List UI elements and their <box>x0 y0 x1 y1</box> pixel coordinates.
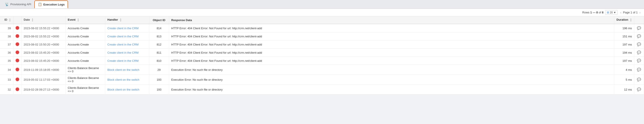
handler-link-0[interactable]: Create client in the CRM <box>108 27 139 30</box>
details-button-1[interactable]: 💬 <box>636 34 642 39</box>
cell-event-0: Accounts Create <box>66 24 105 32</box>
details-button-7[interactable]: 💬 <box>636 87 642 92</box>
table-row: 39 2023-08-02 15:55:22 +0000 Accounts Cr… <box>0 24 644 32</box>
col-header-date: Date ▲▼ <box>21 16 66 24</box>
cell-actions-6: 💬 <box>634 75 644 85</box>
rows-total: 8 <box>602 11 604 14</box>
cell-handler-0[interactable]: Create client in the CRM <box>105 24 149 32</box>
handler-link-5[interactable]: Block client on the switch <box>108 68 140 71</box>
tab-execution-logs-label: Execution Logs <box>44 3 65 6</box>
cell-actions-2: 💬 <box>634 40 644 49</box>
cell-id-6: 33 <box>0 75 13 85</box>
handler-link-2[interactable]: Create client in the CRM <box>108 43 139 46</box>
col-header-id: ID ▲▼ <box>0 16 13 24</box>
table-row: 34 2019-11-09 15:18:05 +0000 Clients Bal… <box>0 65 644 75</box>
cell-status-2 <box>13 40 21 49</box>
cell-handler-4[interactable]: Create client in the CRM <box>105 57 149 65</box>
execution-logs-table: ID ▲▼ Date ▲▼ Event ▲▼ Handler ▲▼ <box>0 16 644 95</box>
sort-icon-event[interactable]: ▲▼ <box>77 18 79 22</box>
grid-icon: ⊞ <box>607 11 609 14</box>
cell-response-1: HTTP Error: 404 Client Error: Not Found … <box>169 32 614 40</box>
details-button-5[interactable]: 💬 <box>636 67 642 72</box>
status-dot-7 <box>16 88 19 91</box>
cell-handler-3[interactable]: Create client in the CRM <box>105 49 149 57</box>
sort-icon-date[interactable]: ▲▼ <box>32 18 34 22</box>
col-header-duration: Duration ▲▼ <box>614 16 634 24</box>
col-header-actions <box>634 16 644 24</box>
cell-object-id-2: 812 <box>149 40 169 49</box>
status-dot-6 <box>16 78 19 81</box>
cell-actions-0: 💬 <box>634 24 644 32</box>
col-header-handler: Handler ▲▼ <box>105 16 149 24</box>
cell-duration-0: 196 ms <box>614 24 634 32</box>
cell-handler-7[interactable]: Block client on the switch <box>105 85 149 95</box>
details-button-0[interactable]: 💬 <box>636 26 642 30</box>
prev-page-button[interactable]: ‹ <box>619 10 622 15</box>
cell-duration-7: 12 ms <box>614 85 634 95</box>
rows-info: Rows 1 — 8 of 8 <box>582 11 604 14</box>
details-button-6[interactable]: 💬 <box>636 77 642 82</box>
table-row: 33 2019-05-02 11:17:03 +0000 Clients Bal… <box>0 75 644 85</box>
cell-actions-5: 💬 <box>634 65 644 75</box>
cell-response-4: HTTP Error: 404 Client Error: Not Found … <box>169 57 614 65</box>
cell-actions-1: 💬 <box>634 32 644 40</box>
handler-link-3[interactable]: Create client in the CRM <box>108 51 139 54</box>
cell-status-3 <box>13 49 21 57</box>
cell-response-3: HTTP Error: 404 Client Error: Not Found … <box>169 49 614 57</box>
col-header-event: Event ▲▼ <box>66 16 105 24</box>
cell-id-1: 38 <box>0 32 13 40</box>
cell-handler-6[interactable]: Block client on the switch <box>105 75 149 85</box>
sort-icon-duration[interactable]: ▲▼ <box>630 18 632 22</box>
handler-link-1[interactable]: Create client in the CRM <box>108 35 139 38</box>
cell-duration-2: 197 ms <box>614 40 634 49</box>
table-header-row: ID ▲▼ Date ▲▼ Event ▲▼ Handler ▲▼ <box>0 16 644 24</box>
handler-link-7[interactable]: Block client on the switch <box>108 88 140 91</box>
cell-id-7: 32 <box>0 85 13 95</box>
cell-event-2: Accounts Create <box>66 40 105 49</box>
details-button-3[interactable]: 💬 <box>636 50 642 55</box>
cell-date-0: 2023-08-02 15:55:22 +0000 <box>21 24 66 32</box>
main-content: Rows 1 — 8 of 8 ⊞ 20 ▼ ‹ Page 1 of 1 › I… <box>0 9 644 95</box>
sort-icon-handler[interactable]: ▲▼ <box>120 18 122 22</box>
status-dot-4 <box>16 59 19 62</box>
cell-event-7: Clients Balance Became <= 0 <box>66 85 105 95</box>
cell-date-7: 2019-02-28 09:27:13 +0000 <box>21 85 66 95</box>
cell-id-3: 36 <box>0 49 13 57</box>
cell-handler-2[interactable]: Create client in the CRM <box>105 40 149 49</box>
tab-bar: 📡 Provisioning API 📋 Execution Logs <box>0 0 644 9</box>
cell-status-5 <box>13 65 21 75</box>
cell-date-3: 2023-08-02 15:45:20 +0000 <box>21 49 66 57</box>
cell-status-4 <box>13 57 21 65</box>
cell-response-6: Execution Error: No such file or directo… <box>169 75 614 85</box>
tab-provisioning-api[interactable]: 📡 Provisioning API <box>2 0 34 8</box>
cell-handler-1[interactable]: Create client in the CRM <box>105 32 149 40</box>
tab-execution-logs[interactable]: 📋 Execution Logs <box>34 0 68 8</box>
handler-link-6[interactable]: Block client on the switch <box>108 78 140 81</box>
per-page-label: 20 <box>610 11 613 14</box>
sort-icon-id[interactable]: ▲▼ <box>9 18 11 22</box>
cell-date-5: 2019-11-09 15:18:05 +0000 <box>21 65 66 75</box>
col-header-response: Response Data <box>169 16 614 24</box>
col-header-object-id: Object ID <box>149 16 169 24</box>
page-label: Page 1 of 1 <box>623 11 638 14</box>
cell-response-2: HTTP Error: 404 Client Error: Not Found … <box>169 40 614 49</box>
details-button-2[interactable]: 💬 <box>636 42 642 47</box>
table-row: 37 2023-08-02 15:50:20 +0000 Accounts Cr… <box>0 40 644 49</box>
per-page-button[interactable]: ⊞ 20 ▼ <box>605 10 618 15</box>
cell-object-id-5: 29 <box>149 65 169 75</box>
rows-range: 1 — 8 <box>590 11 598 14</box>
cell-event-5: Clients Balance Became <= 0 <box>66 65 105 75</box>
next-page-button[interactable]: › <box>638 10 641 15</box>
cell-duration-6: 5 ms <box>614 75 634 85</box>
cell-id-5: 34 <box>0 65 13 75</box>
handler-link-4[interactable]: Create client in the CRM <box>108 59 139 62</box>
status-dot-0 <box>16 26 19 30</box>
details-button-4[interactable]: 💬 <box>636 58 642 63</box>
status-dot-1 <box>16 34 19 38</box>
cell-id-4: 35 <box>0 57 13 65</box>
cell-status-7 <box>13 85 21 95</box>
cell-handler-5[interactable]: Block client on the switch <box>105 65 149 75</box>
status-dot-2 <box>16 42 19 46</box>
cell-date-6: 2019-05-02 11:17:03 +0000 <box>21 75 66 85</box>
cell-status-1 <box>13 32 21 40</box>
